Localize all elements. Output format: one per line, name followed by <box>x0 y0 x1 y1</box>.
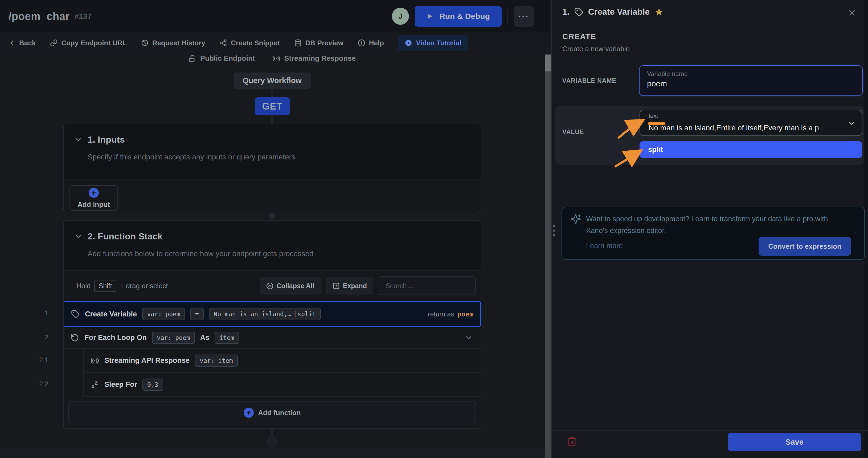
step-number: 1. <box>562 7 569 17</box>
tip-text: Want to speed up development? Learn to t… <box>586 213 849 236</box>
broadcast-icon <box>272 55 280 63</box>
variable-name-placeholder: Variable name <box>647 70 855 78</box>
value-badge: No man is an island,…|split <box>209 308 321 320</box>
query-workflow-badge[interactable]: Query Workflow <box>234 73 311 89</box>
function-row-streaming-api-response[interactable]: Streaming API Response var: item <box>84 349 481 373</box>
http-method-button[interactable]: GET <box>255 97 290 115</box>
stack-toolbar: Hold Shift + drag or select Collapse All… <box>64 270 481 301</box>
streaming-response-toggle[interactable]: Streaming Response <box>272 54 356 63</box>
split-filter-pill[interactable]: split <box>640 141 862 158</box>
value-label: VALUE <box>562 128 584 136</box>
panel-resize-handle[interactable] <box>553 225 555 236</box>
panel-header: 1. Create Variable <box>562 7 663 17</box>
share-icon <box>220 39 227 47</box>
delete-function-button[interactable] <box>567 436 579 449</box>
panel-title: Create Variable <box>588 7 650 17</box>
row-number: 2.1 <box>25 356 49 364</box>
public-endpoint-toggle[interactable]: Public Endpoint <box>188 54 255 63</box>
function-stack-section: 2. Function Stack Add functions below to… <box>63 221 482 429</box>
connector-node <box>269 213 275 219</box>
tag-icon <box>574 7 583 17</box>
create-snippet-button[interactable]: Create Snippet <box>220 39 280 47</box>
collapse-all-button[interactable]: Collapse All <box>260 277 321 294</box>
var-badge: var: poem <box>142 308 185 320</box>
sleep-icon <box>91 380 99 389</box>
chevron-down-icon <box>74 136 82 144</box>
function-row-sleep[interactable]: Sleep For 0.3 <box>84 373 481 397</box>
function-stack-toggle[interactable]: 2. Function Stack <box>74 231 470 241</box>
loop-body: Streaming API Response var: item Sleep F… <box>83 349 481 397</box>
header-actions: J Run & Debug ··· <box>392 0 534 32</box>
canvas-bottom-strip <box>0 451 551 458</box>
value-badge: 0.3 <box>143 378 163 391</box>
xano-endpoint-editor: /poem_char #137 J Run & Debug ··· Back C… <box>0 0 868 458</box>
learn-more-link[interactable]: Learn more <box>586 242 623 250</box>
variable-name-value: poem <box>647 79 855 88</box>
help-button[interactable]: Help <box>358 39 384 47</box>
history-icon <box>141 39 149 47</box>
inputs-description: Specify if this endpoint accepts any inp… <box>88 153 470 161</box>
value-type: text <box>649 113 846 119</box>
function-stack-title: 2. Function Stack <box>88 231 163 241</box>
endpoint-toolbar: Back Copy Endpoint URL Request History C… <box>0 32 551 53</box>
close-panel-button[interactable] <box>846 7 858 19</box>
circle-chevron-up-icon <box>266 282 274 289</box>
create-variable-panel: 1. Create Variable CREATE Create a new v… <box>551 0 868 458</box>
broadcast-icon <box>91 356 99 365</box>
equals-badge: = <box>190 308 204 320</box>
var-badge: var: item <box>195 354 238 367</box>
convert-to-expression-button[interactable]: Convert to expression <box>758 237 851 256</box>
chevron-down-icon[interactable] <box>464 334 473 342</box>
chevron-down-icon <box>848 119 856 127</box>
header-divider <box>507 8 508 24</box>
annotation-underline <box>648 122 665 125</box>
add-function-button[interactable]: + Add function <box>68 401 476 424</box>
connector-line <box>271 89 273 98</box>
scrollbar-thumb[interactable] <box>545 55 551 71</box>
variable-name-input[interactable]: Variable name poem <box>639 65 863 96</box>
avatar[interactable]: J <box>392 8 409 25</box>
create-section-title: CREATE <box>562 32 596 41</box>
run-debug-button[interactable]: Run & Debug <box>415 6 502 27</box>
video-tutorial-button[interactable]: Video Tutorial <box>398 35 468 51</box>
add-input-button[interactable]: + Add input <box>69 185 118 211</box>
workflow-pane: /poem_char #137 J Run & Debug ··· Back C… <box>0 0 551 458</box>
function-row-create-variable[interactable]: Create Variable var: poem = No man is an… <box>64 301 481 327</box>
favorite-star-icon[interactable] <box>654 7 663 17</box>
function-row-for-each-loop[interactable]: For Each Loop On var: poem As item <box>64 327 481 349</box>
db-preview-button[interactable]: DB Preview <box>294 39 343 47</box>
trash-icon <box>567 436 577 447</box>
expression-tip-box: Want to speed up development? Learn to t… <box>561 207 865 260</box>
value-text: No man is an island,Entire of itself,Eve… <box>649 124 846 132</box>
endpoint-meta: Public Endpoint Streaming Response <box>188 54 356 63</box>
loop-icon <box>70 334 79 342</box>
row-number: 2.2 <box>25 380 49 388</box>
function-search-input[interactable] <box>379 277 475 295</box>
request-history-button[interactable]: Request History <box>141 39 205 47</box>
inputs-title: 1. Inputs <box>88 134 125 145</box>
value-type-dropdown[interactable]: text No man is an island,Entire of itsel… <box>640 110 862 136</box>
expand-button[interactable]: Expand <box>326 277 373 294</box>
inputs-section-toggle[interactable]: 1. Inputs <box>74 134 470 145</box>
shift-key: Shift <box>94 280 116 292</box>
row-number: 2 <box>25 333 49 341</box>
create-section-subtitle: Create a new variable <box>562 45 630 53</box>
more-options-button[interactable]: ··· <box>514 6 534 27</box>
inputs-section: 1. Inputs Specify if this endpoint accep… <box>63 124 482 212</box>
endpoint-id: #137 <box>74 12 92 21</box>
multiselect-hint: Hold Shift + drag or select <box>76 280 168 292</box>
footer-divider <box>552 430 868 431</box>
copy-endpoint-url-button[interactable]: Copy Endpoint URL <box>50 39 127 47</box>
save-button[interactable]: Save <box>728 433 861 451</box>
play-icon <box>427 13 433 20</box>
function-stack-description: Add functions below to determine how you… <box>88 250 470 258</box>
chevron-left-icon <box>8 39 16 47</box>
plus-icon: + <box>244 408 254 418</box>
tag-icon <box>71 310 80 318</box>
connector-end-node <box>267 437 278 448</box>
link-icon <box>50 39 58 47</box>
page-title: /poem_char <box>8 10 70 22</box>
lock-open-icon <box>188 55 196 63</box>
square-plus-icon <box>333 282 340 289</box>
back-button[interactable]: Back <box>8 39 36 47</box>
